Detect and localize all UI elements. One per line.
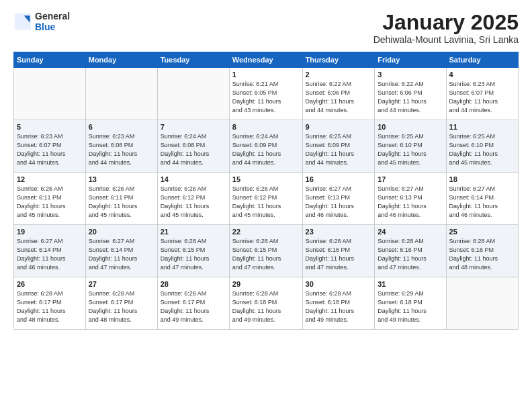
day-number: 8 — [232, 123, 300, 131]
day-number: 5 — [17, 123, 83, 131]
calendar-cell: 27Sunrise: 6:28 AMSunset: 6:17 PMDayligh… — [85, 277, 157, 330]
day-info: Sunrise: 6:26 AMSunset: 6:11 PMDaylight:… — [89, 185, 154, 220]
day-number: 28 — [161, 280, 226, 288]
day-info: Sunrise: 6:23 AMSunset: 6:07 PMDaylight:… — [449, 80, 515, 115]
day-number: 26 — [17, 280, 83, 288]
calendar-cell — [446, 277, 518, 330]
calendar-cell: 30Sunrise: 6:28 AMSunset: 6:18 PMDayligh… — [302, 277, 375, 330]
weekday-header-friday: Friday — [375, 52, 446, 68]
day-info: Sunrise: 6:28 AMSunset: 6:15 PMDaylight:… — [232, 237, 300, 272]
day-info: Sunrise: 6:27 AMSunset: 6:13 PMDaylight:… — [378, 185, 443, 220]
day-number: 20 — [89, 228, 154, 236]
calendar-cell — [85, 68, 157, 120]
calendar-cell: 13Sunrise: 6:26 AMSunset: 6:11 PMDayligh… — [85, 173, 157, 225]
calendar-cell: 3Sunrise: 6:22 AMSunset: 6:06 PMDaylight… — [375, 68, 446, 120]
day-info: Sunrise: 6:25 AMSunset: 6:09 PMDaylight:… — [306, 132, 372, 167]
day-number: 11 — [449, 123, 515, 131]
calendar-cell: 2Sunrise: 6:22 AMSunset: 6:06 PMDaylight… — [302, 68, 375, 120]
calendar-cell: 29Sunrise: 6:28 AMSunset: 6:18 PMDayligh… — [229, 277, 302, 330]
day-info: Sunrise: 6:27 AMSunset: 6:14 PMDaylight:… — [449, 185, 515, 220]
day-info: Sunrise: 6:26 AMSunset: 6:12 PMDaylight:… — [161, 185, 226, 220]
logo-text: General Blue — [35, 11, 70, 32]
day-number: 31 — [378, 280, 443, 288]
calendar-cell: 18Sunrise: 6:27 AMSunset: 6:14 PMDayligh… — [446, 173, 518, 225]
calendar-cell: 1Sunrise: 6:21 AMSunset: 6:05 PMDaylight… — [229, 68, 302, 120]
calendar-cell: 17Sunrise: 6:27 AMSunset: 6:13 PMDayligh… — [375, 173, 446, 225]
day-number: 4 — [449, 71, 515, 79]
day-number: 25 — [449, 228, 515, 236]
day-number: 16 — [306, 175, 372, 183]
month-title: January 2025 — [373, 11, 519, 34]
day-info: Sunrise: 6:28 AMSunset: 6:17 PMDaylight:… — [89, 289, 154, 324]
calendar-cell: 9Sunrise: 6:25 AMSunset: 6:09 PMDaylight… — [302, 120, 375, 173]
calendar-cell: 28Sunrise: 6:28 AMSunset: 6:17 PMDayligh… — [157, 277, 229, 330]
calendar-cell: 15Sunrise: 6:26 AMSunset: 6:12 PMDayligh… — [229, 173, 302, 225]
day-info: Sunrise: 6:28 AMSunset: 6:16 PMDaylight:… — [306, 237, 372, 272]
week-row-5: 26Sunrise: 6:28 AMSunset: 6:17 PMDayligh… — [14, 277, 519, 330]
day-info: Sunrise: 6:22 AMSunset: 6:06 PMDaylight:… — [306, 80, 372, 115]
day-number: 23 — [306, 228, 372, 236]
calendar-table: SundayMondayTuesdayWednesdayThursdayFrid… — [13, 52, 519, 330]
day-info: Sunrise: 6:25 AMSunset: 6:10 PMDaylight:… — [449, 132, 515, 167]
day-info: Sunrise: 6:28 AMSunset: 6:15 PMDaylight:… — [161, 237, 226, 272]
day-number: 6 — [89, 123, 154, 131]
day-number: 2 — [306, 71, 372, 79]
calendar-cell — [157, 68, 229, 120]
header: General Blue January 2025 Dehiwala-Mount… — [13, 11, 519, 45]
day-info: Sunrise: 6:24 AMSunset: 6:09 PMDaylight:… — [232, 132, 300, 167]
weekday-header-tuesday: Tuesday — [157, 52, 229, 68]
calendar-cell: 22Sunrise: 6:28 AMSunset: 6:15 PMDayligh… — [229, 225, 302, 277]
calendar-cell: 7Sunrise: 6:24 AMSunset: 6:08 PMDaylight… — [157, 120, 229, 173]
calendar-cell: 8Sunrise: 6:24 AMSunset: 6:09 PMDaylight… — [229, 120, 302, 173]
logo: General Blue — [13, 11, 70, 32]
calendar-cell: 5Sunrise: 6:23 AMSunset: 6:07 PMDaylight… — [14, 120, 86, 173]
day-number: 22 — [232, 228, 300, 236]
week-row-4: 19Sunrise: 6:27 AMSunset: 6:14 PMDayligh… — [14, 225, 519, 277]
subtitle: Dehiwala-Mount Lavinia, Sri Lanka — [373, 34, 519, 45]
day-number: 24 — [378, 228, 443, 236]
day-info: Sunrise: 6:28 AMSunset: 6:18 PMDaylight:… — [306, 289, 372, 324]
day-info: Sunrise: 6:27 AMSunset: 6:14 PMDaylight:… — [17, 237, 83, 272]
day-info: Sunrise: 6:23 AMSunset: 6:07 PMDaylight:… — [17, 132, 83, 167]
day-info: Sunrise: 6:28 AMSunset: 6:18 PMDaylight:… — [232, 289, 300, 324]
title-block: January 2025 Dehiwala-Mount Lavinia, Sri… — [373, 11, 519, 45]
day-info: Sunrise: 6:23 AMSunset: 6:08 PMDaylight:… — [89, 132, 154, 167]
day-info: Sunrise: 6:28 AMSunset: 6:16 PMDaylight:… — [449, 237, 515, 272]
day-number: 10 — [378, 123, 443, 131]
day-info: Sunrise: 6:27 AMSunset: 6:13 PMDaylight:… — [306, 185, 372, 220]
day-number: 19 — [17, 228, 83, 236]
day-info: Sunrise: 6:26 AMSunset: 6:12 PMDaylight:… — [232, 185, 300, 220]
calendar-cell — [14, 68, 86, 120]
day-number: 15 — [232, 175, 300, 183]
day-info: Sunrise: 6:21 AMSunset: 6:05 PMDaylight:… — [232, 80, 300, 115]
day-number: 17 — [378, 175, 443, 183]
day-info: Sunrise: 6:28 AMSunset: 6:17 PMDaylight:… — [17, 289, 83, 324]
calendar-cell: 10Sunrise: 6:25 AMSunset: 6:10 PMDayligh… — [375, 120, 446, 173]
day-number: 1 — [232, 71, 300, 79]
calendar-cell: 24Sunrise: 6:28 AMSunset: 6:16 PMDayligh… — [375, 225, 446, 277]
week-row-2: 5Sunrise: 6:23 AMSunset: 6:07 PMDaylight… — [14, 120, 519, 173]
calendar-cell: 25Sunrise: 6:28 AMSunset: 6:16 PMDayligh… — [446, 225, 518, 277]
day-number: 29 — [232, 280, 300, 288]
day-number: 21 — [161, 228, 226, 236]
day-info: Sunrise: 6:28 AMSunset: 6:17 PMDaylight:… — [161, 289, 226, 324]
day-info: Sunrise: 6:28 AMSunset: 6:16 PMDaylight:… — [378, 237, 443, 272]
week-row-1: 1Sunrise: 6:21 AMSunset: 6:05 PMDaylight… — [14, 68, 519, 120]
calendar-cell: 31Sunrise: 6:29 AMSunset: 6:18 PMDayligh… — [375, 277, 446, 330]
page: General Blue January 2025 Dehiwala-Mount… — [0, 0, 532, 411]
day-number: 27 — [89, 280, 154, 288]
calendar-cell: 12Sunrise: 6:26 AMSunset: 6:11 PMDayligh… — [14, 173, 86, 225]
day-number: 9 — [306, 123, 372, 131]
weekday-header-saturday: Saturday — [446, 52, 518, 68]
weekday-header-sunday: Sunday — [14, 52, 86, 68]
calendar-cell: 14Sunrise: 6:26 AMSunset: 6:12 PMDayligh… — [157, 173, 229, 225]
day-info: Sunrise: 6:25 AMSunset: 6:10 PMDaylight:… — [378, 132, 443, 167]
calendar-cell: 16Sunrise: 6:27 AMSunset: 6:13 PMDayligh… — [302, 173, 375, 225]
calendar-cell: 20Sunrise: 6:27 AMSunset: 6:14 PMDayligh… — [85, 225, 157, 277]
calendar-cell: 11Sunrise: 6:25 AMSunset: 6:10 PMDayligh… — [446, 120, 518, 173]
calendar-cell: 19Sunrise: 6:27 AMSunset: 6:14 PMDayligh… — [14, 225, 86, 277]
logo-icon — [13, 12, 32, 31]
calendar-cell: 26Sunrise: 6:28 AMSunset: 6:17 PMDayligh… — [14, 277, 86, 330]
weekday-header-wednesday: Wednesday — [229, 52, 302, 68]
day-number: 13 — [89, 175, 154, 183]
